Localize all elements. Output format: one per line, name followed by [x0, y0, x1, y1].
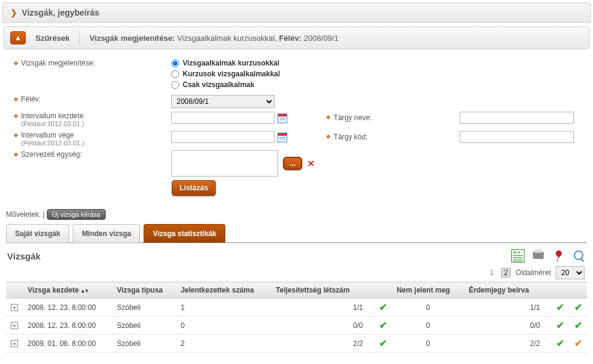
grid-header-row: Vizsgák — [7, 249, 586, 262]
cell-noshow: 0 — [392, 317, 464, 335]
calendar-icon[interactable] — [278, 114, 287, 123]
col-fulfilled[interactable]: Teljesítettség létszám — [271, 282, 374, 299]
cell-grade: 0/0 — [464, 317, 551, 335]
radio-input-2[interactable] — [171, 70, 179, 78]
calendar-icon[interactable] — [278, 133, 287, 142]
page-size-label: Oldalméret — [515, 268, 551, 277]
cell-type: Szóbeli — [112, 299, 176, 317]
operations-label: Műveletek: — [6, 210, 41, 219]
col-start[interactable]: Vizsga kezdete▲▾ — [23, 282, 112, 299]
cell-type: Szóbeli — [112, 335, 176, 353]
check-icon: ✔ — [574, 338, 582, 349]
cell-applicants: 2 — [176, 335, 271, 353]
filter-summary-bar: ▲ Szűrések Vizsgák megjelenítése: Vizsga… — [4, 26, 589, 49]
interval-end-input[interactable] — [171, 131, 275, 143]
filters-label: Szűrések — [35, 34, 70, 43]
pager: 1 2 Oldalméret 20 — [8, 266, 585, 279]
bullet-icon: ❖ — [13, 112, 19, 121]
expand-row-button[interactable]: + — [11, 322, 18, 329]
tabs: Saját vizsgák Minden vizsga Vizsga stati… — [6, 223, 587, 243]
summary-prefix: Vizsgák megjelenítése: — [90, 34, 175, 43]
bullet-icon: ❖ — [13, 131, 19, 141]
tab-own-exams[interactable]: Saját vizsgák — [6, 224, 69, 243]
targy-neve-input[interactable] — [460, 112, 574, 124]
interval-start-input[interactable] — [171, 112, 275, 124]
display-mode-radio-group: Vizsgaalkalmak kurzusokkal Kurzusok vizs… — [171, 59, 280, 91]
tab-all-exams[interactable]: Minden vizsga — [73, 224, 140, 243]
filter-form: ❖ Vizsgák megjelenítése: Vizsgaalkalmak … — [4, 53, 589, 205]
cell-type: Szóbeli — [112, 317, 176, 335]
chevron-up-icon: ▲ — [14, 34, 22, 42]
cell-start: 2008. 12. 23. 8:00:00 — [23, 299, 112, 317]
print-icon[interactable] — [532, 249, 545, 262]
col-noshow[interactable]: Nem jelent meg — [392, 282, 464, 299]
cell-fulfilled: 2/2 — [271, 335, 374, 353]
radio-kurzusok-vizsgaalkalmakkal[interactable]: Kurzusok vizsgaalkalmakkal — [171, 70, 280, 78]
col-applicants[interactable]: Jelentkezettek száma — [176, 282, 271, 299]
cell-start: 2008. 12. 23. 8:00:00 — [23, 317, 112, 335]
chevron-right-icon: ❯ — [10, 8, 17, 17]
radio-input-3[interactable] — [171, 81, 179, 89]
cell-start: 2009. 01. 06. 8:00:00 — [23, 335, 112, 353]
targy-neve-label: Tárgy neve: — [333, 114, 460, 122]
page-1[interactable]: 1 — [487, 268, 496, 277]
radio-input-1[interactable] — [171, 59, 179, 67]
check-icon: ✔ — [574, 302, 582, 313]
display-mode-label: Vizsgák megjelenítése: — [21, 59, 171, 67]
table-row: +2008. 12. 23. 8:00:00Szóbeli11/1✔01/1✔✔ — [6, 299, 587, 317]
check-icon: ✔ — [574, 320, 582, 331]
felev-select[interactable]: 2008/09/1 — [171, 95, 275, 108]
page-header: ❯ Vizsgák, jegybeírás — [2, 2, 591, 23]
exam-table: Vizsga kezdete▲▾ Vizsga típusa Jelentkez… — [6, 282, 587, 353]
check-icon: ✔ — [556, 320, 564, 331]
targy-kod-input[interactable] — [460, 131, 574, 143]
szervezet-input[interactable] — [171, 150, 278, 177]
szervezet-clear-button[interactable]: ✕ — [307, 158, 315, 169]
export-xls-icon[interactable] — [511, 249, 525, 262]
sort-asc-icon: ▲▾ — [80, 288, 88, 294]
interval-end-label: Intervallum vége (Például:2012.03.01.) — [21, 131, 171, 147]
cell-applicants: 0 — [176, 317, 271, 335]
cell-noshow: 0 — [392, 335, 464, 353]
page-2[interactable]: 2 — [501, 268, 511, 278]
new-exam-button[interactable]: Új vizsga kiírása — [47, 209, 106, 220]
expand-row-button[interactable]: + — [11, 340, 18, 347]
collapse-filters-button[interactable]: ▲ — [10, 31, 26, 44]
cell-noshow: 0 — [392, 299, 464, 317]
summary-term-value: 2008/09/1 — [304, 34, 339, 43]
interval-start-label: Intervallum kezdete (Például:2012.03.01.… — [21, 112, 171, 127]
page-title: Vizsgák, jegybeírás — [22, 8, 99, 17]
cell-fulfilled: 0/0 — [271, 317, 374, 335]
szervezet-browse-button[interactable]: ... — [283, 157, 302, 170]
table-row: +2008. 12. 23. 8:00:00Szóbeli00/0✔00/0✔✔ — [6, 317, 587, 335]
radio-vizsgaalkalmak-kurzusokkal[interactable]: Vizsgaalkalmak kurzusokkal — [171, 59, 280, 67]
expand-row-button[interactable]: + — [11, 304, 18, 311]
col-type[interactable]: Vizsga típusa — [112, 282, 176, 299]
grid-tools — [511, 249, 586, 262]
page-size-select[interactable]: 20 — [556, 266, 585, 279]
cell-applicants: 1 — [176, 299, 271, 317]
summary-value: Vizsgaalkalmak kurzusokkal, — [177, 34, 277, 43]
felev-label: Félév: — [21, 95, 171, 103]
list-button[interactable]: Listázás — [172, 180, 216, 196]
table-header-row: Vizsga kezdete▲▾ Vizsga típusa Jelentkez… — [6, 282, 587, 299]
bullet-icon: ❖ — [326, 132, 331, 142]
bullet-icon: ❖ — [326, 113, 331, 123]
grid-title: Vizsgák — [7, 251, 41, 261]
summary-term-label: Félév: — [279, 34, 302, 43]
targy-kod-label: Tárgy kód: — [333, 133, 460, 141]
pin-icon[interactable] — [552, 249, 565, 262]
col-grade[interactable]: Érdemjegy beírva — [464, 282, 551, 299]
tab-exam-stats[interactable]: Vizsga statisztikák — [144, 224, 225, 243]
table-row: +2009. 01. 06. 8:00:00Szóbeli22/2✔02/2✔✔ — [6, 335, 587, 353]
filter-summary: Vizsgák megjelenítése: Vizsgaalkalmak ku… — [90, 34, 338, 43]
search-icon[interactable] — [573, 249, 586, 262]
divider — [79, 31, 80, 45]
bullet-icon: ❖ — [13, 59, 19, 68]
cell-grade: 2/2 — [464, 335, 551, 353]
bullet-icon: ❖ — [13, 95, 19, 105]
cell-grade: 1/1 — [464, 299, 551, 317]
operations-row: Műveletek: | Új vizsga kiírása — [6, 209, 587, 220]
check-icon: ✔ — [379, 338, 387, 349]
radio-csak-vizsgaalkalmak[interactable]: Csak vizsgaalkalmak — [171, 80, 280, 89]
